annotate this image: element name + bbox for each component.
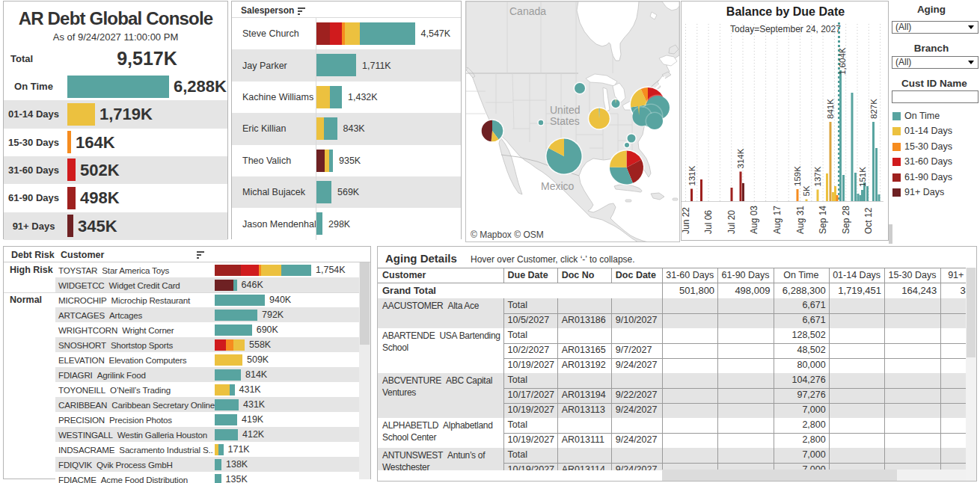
svg-text:Balance by Due Date: Balance by Due Date [726, 5, 845, 18]
svg-text:827K: 827K [869, 99, 878, 119]
svg-text:314K: 314K [736, 148, 745, 168]
svg-text:Today=September 24, 2027: Today=September 24, 2027 [730, 24, 841, 34]
svg-text:Jun 22: Jun 22 [682, 207, 691, 234]
svg-text:© Mapbox © OSM: © Mapbox © OSM [471, 230, 544, 240]
svg-text:137K: 137K [813, 166, 822, 186]
svg-text:Aug 31: Aug 31 [795, 206, 806, 234]
svg-text:Sep 14: Sep 14 [818, 206, 828, 234]
svg-text:Aug 17: Aug 17 [772, 206, 783, 234]
svg-text:1,604K: 1,604K [838, 47, 847, 75]
svg-text:Mexico: Mexico [541, 180, 575, 192]
svg-text:Jul 20: Jul 20 [726, 210, 737, 234]
svg-text:159K: 159K [793, 166, 802, 186]
svg-text:Aug 03: Aug 03 [749, 206, 759, 234]
svg-text:Jul 06: Jul 06 [703, 210, 714, 234]
svg-text:United: United [550, 104, 580, 116]
svg-text:5K: 5K [802, 185, 811, 196]
svg-text:131K: 131K [687, 165, 696, 185]
svg-text:Canada: Canada [509, 5, 546, 17]
svg-text:Oct 12: Oct 12 [863, 207, 874, 234]
svg-text:Sep 28: Sep 28 [841, 206, 851, 234]
svg-text:151K: 151K [858, 167, 867, 187]
svg-text:841K: 841K [826, 99, 835, 119]
svg-text:States: States [550, 115, 580, 127]
